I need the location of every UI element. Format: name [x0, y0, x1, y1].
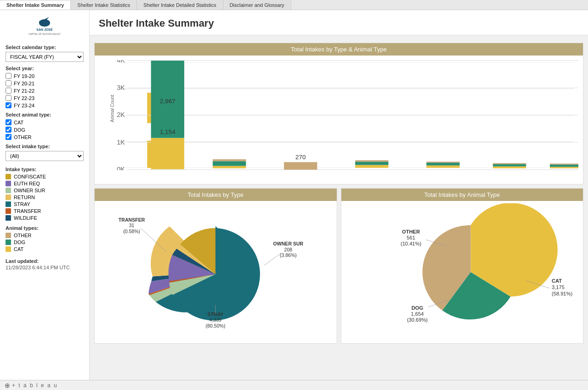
pie-type-header: Total Intakes by Type [95, 189, 337, 201]
svg-text:CAT: CAT [552, 278, 562, 284]
legend-stray: STRAY [6, 201, 84, 207]
svg-rect-33 [213, 166, 246, 168]
year-fy2021[interactable]: FY 20-21 [6, 80, 84, 86]
logo: SAN JOSÉ CAPITAL OF SILICON VALLEY [6, 15, 84, 40]
svg-rect-48 [550, 165, 578, 167]
year-label: Select year: [6, 66, 84, 71]
cat-animal-color-icon [6, 246, 11, 252]
svg-text:1,154: 1,154 [160, 128, 175, 135]
svg-text:3,175: 3,175 [552, 284, 565, 290]
tab-shelter-intake-summary[interactable]: Shelter Intake Summary [0, 0, 71, 10]
bar-chart-header: Total Intakes by Type & Animal Type [95, 43, 583, 56]
svg-text:CAPITAL OF SILICON VALLEY: CAPITAL OF SILICON VALLEY [28, 33, 61, 35]
tab-disclaimer[interactable]: Disclaimer and Glossary [223, 0, 291, 10]
tableau-brand-text: + t a b l e a u [12, 382, 58, 389]
animal-legend-other: OTHER [6, 233, 84, 238]
euth-req-color-icon [6, 181, 11, 186]
pie-animal-svg: CAT 3,175 (58.91%) DOG 1,654 (30.69%) OT… [343, 203, 582, 341]
pie-animal-header: Total Intakes by Animal Type [341, 189, 583, 201]
tab-shelter-intake-detailed[interactable]: Shelter Intake Detailed Statistics [137, 0, 223, 10]
svg-rect-45 [493, 164, 526, 166]
svg-text:4,339: 4,339 [209, 317, 222, 323]
svg-text:1,654: 1,654 [411, 311, 424, 317]
tableau-footer: ⊕ + t a b l e a u [0, 380, 588, 390]
svg-rect-43 [426, 162, 459, 162]
year-fy2122[interactable]: FY 21-22 [6, 88, 84, 94]
last-updated-value: 11/28/2023 6:44:14 PM UTC [6, 265, 84, 270]
animal-dog[interactable]: DOG [6, 127, 84, 133]
svg-text:(3.86%): (3.86%) [280, 252, 297, 258]
svg-text:4K: 4K [117, 60, 125, 64]
svg-rect-35 [213, 159, 246, 161]
legend-owner-sur: OWNER SUR [6, 188, 84, 193]
bar-chart-main-svg: 4K 3K 2K 1K 0K [113, 60, 578, 170]
animal-other[interactable]: OTHER [6, 134, 84, 140]
animal-cat[interactable]: CAT [6, 119, 84, 125]
intake-type-select[interactable]: (All) [6, 151, 84, 161]
intake-type-label: Select intake type: [6, 144, 84, 149]
svg-rect-38 [355, 165, 388, 168]
pie-animal-panel: Total Intakes by Animal Type [341, 188, 584, 344]
legend-confiscate: CONFISCATE [6, 174, 84, 179]
svg-line-60 [141, 228, 167, 252]
svg-text:3K: 3K [117, 84, 125, 91]
pie-type-main-svg: TRANSFER 31 (0.58%) OWNER SUR 208 (3.86%… [105, 206, 326, 339]
svg-rect-40 [355, 160, 388, 162]
content-area: Shelter Intake Summary Total Intakes by … [90, 10, 588, 380]
tabs-bar: Shelter Intake Summary Shelter Intake St… [0, 0, 588, 10]
svg-rect-29 [151, 138, 184, 169]
svg-rect-47 [550, 167, 578, 168]
svg-rect-34 [213, 161, 246, 166]
last-updated-label: Last updated: [6, 258, 84, 264]
svg-text:DOG: DOG [412, 305, 423, 311]
sidebar: SAN JOSÉ CAPITAL OF SILICON VALLEY Selec… [0, 10, 90, 380]
calendar-type-label: Select calendar type: [6, 45, 84, 50]
pie-type-panel: Total Intakes by Type [94, 188, 337, 344]
legend-wildlife: WILDLIFE [6, 215, 84, 221]
svg-text:0K: 0K [117, 166, 125, 170]
svg-rect-39 [355, 162, 388, 165]
svg-text:(10.41%): (10.41%) [401, 241, 421, 246]
svg-text:OWNER SUR: OWNER SUR [273, 241, 304, 246]
svg-text:(80.50%): (80.50%) [206, 323, 226, 329]
svg-text:561: 561 [407, 235, 415, 240]
svg-rect-41 [426, 166, 459, 168]
svg-text:TRANSFER: TRANSFER [119, 217, 145, 223]
owner-sur-color-icon [6, 188, 11, 193]
svg-rect-36 [284, 162, 317, 170]
svg-rect-49 [550, 163, 578, 164]
animal-legend-dog: DOG [6, 240, 84, 245]
legend-euth-req: EUTH REQ [6, 181, 84, 186]
san-jose-logo: SAN JOSÉ CAPITAL OF SILICON VALLEY [26, 15, 63, 40]
return-color-icon [6, 195, 11, 200]
svg-text:1K: 1K [117, 139, 125, 146]
other-animal-color-icon [6, 233, 11, 238]
year-fy1920[interactable]: FY 19-20 [6, 73, 84, 79]
animal-type-label: Select animal type: [6, 112, 84, 117]
svg-rect-44 [493, 167, 526, 168]
svg-text:270: 270 [295, 154, 305, 161]
svg-text:(30.69%): (30.69%) [407, 317, 428, 323]
tab-shelter-intake-statistics[interactable]: Shelter Intake Statistics [71, 0, 137, 10]
confiscate-color-icon [6, 174, 11, 179]
svg-text:OTHER: OTHER [402, 229, 420, 234]
page-title: Shelter Intake Summary [90, 10, 588, 35]
stray-color-icon [6, 201, 11, 207]
animal-legend-cat: CAT [6, 246, 84, 252]
bar-chart-panel: Total Intakes by Type & Animal Type Anim… [94, 43, 583, 184]
wildlife-color-icon [6, 215, 11, 221]
calendar-type-select[interactable]: FISCAL YEAR (FY) [6, 52, 84, 62]
year-fy2223[interactable]: FY 22-23 [6, 95, 84, 101]
animal-types-legend-label: Animal types: [6, 225, 84, 231]
tableau-move-icon: ⊕ [5, 382, 10, 389]
intake-types-legend-label: Intake types: [6, 167, 84, 172]
svg-text:(0.58%): (0.58%) [123, 228, 140, 234]
legend-transfer: TRANSFER [6, 208, 84, 214]
svg-text:31: 31 [129, 223, 135, 228]
svg-text:SAN JOSÉ: SAN JOSÉ [36, 28, 53, 31]
svg-text:(58.91%): (58.91%) [552, 291, 572, 296]
year-fy2324[interactable]: FY 23-24 [6, 102, 84, 108]
transfer-color-icon [6, 208, 11, 214]
svg-text:2,967: 2,967 [160, 98, 175, 105]
dog-animal-color-icon [6, 240, 11, 245]
